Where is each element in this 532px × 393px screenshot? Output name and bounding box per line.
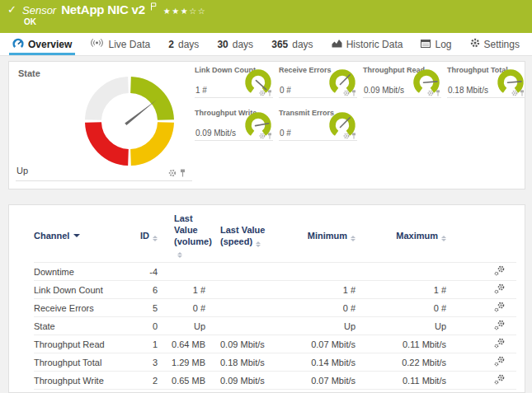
sort-icon bbox=[256, 241, 261, 247]
sort-icon bbox=[153, 236, 158, 241]
channel-settings-icon[interactable] bbox=[494, 374, 505, 385]
channel-table-panel: Channel ID Last Value (volume) Last Valu… bbox=[8, 204, 525, 393]
column-header-id[interactable]: ID bbox=[137, 210, 158, 263]
tab-live-data[interactable]: Live Data bbox=[88, 33, 152, 55]
tab-log[interactable]: Log bbox=[419, 33, 453, 55]
table-row[interactable]: Downtime -4 bbox=[34, 263, 516, 281]
sort-icon bbox=[177, 252, 182, 258]
sensor-title: NetApp NIC v2 bbox=[61, 2, 145, 16]
mini-gauge-link-down-count: Link Down Count 1 # bbox=[195, 65, 273, 98]
pin-icon[interactable] bbox=[520, 90, 525, 96]
flag-icon[interactable] bbox=[150, 0, 157, 14]
gear-icon bbox=[470, 38, 480, 50]
channel-settings-icon[interactable] bbox=[494, 265, 505, 276]
pin-icon[interactable] bbox=[351, 90, 356, 96]
column-header-minimum[interactable]: Minimum bbox=[296, 210, 355, 263]
sensor-status-badge: OK bbox=[24, 17, 36, 26]
mini-gauge-transmit-errors: Transmit Errors 0 # bbox=[279, 108, 357, 141]
channel-settings-icon[interactable] bbox=[494, 302, 505, 312]
channel-settings-icon[interactable] bbox=[494, 320, 505, 330]
state-gauge-title: State bbox=[18, 68, 40, 78]
sensor-header: ✓ Sensor NetApp NIC v2 ★★★☆☆ OK bbox=[0, 0, 532, 33]
channel-settings-icon[interactable] bbox=[494, 338, 505, 349]
tab-overview[interactable]: Overview bbox=[11, 33, 73, 55]
tab-historic-data[interactable]: Historic Data bbox=[330, 33, 405, 55]
state-gauge bbox=[80, 72, 179, 171]
tab-2-days[interactable]: 2 days bbox=[167, 33, 200, 55]
priority-stars[interactable]: ★★★☆☆ bbox=[163, 7, 206, 16]
status-check-icon: ✓ bbox=[7, 3, 16, 16]
log-list-icon bbox=[421, 39, 431, 50]
sort-active-icon bbox=[73, 234, 80, 237]
gear-icon[interactable] bbox=[343, 133, 350, 139]
object-type-label: Sensor bbox=[22, 4, 56, 16]
table-row[interactable]: Throughput Read 1 0.64 MB 0.09 Mbit/s 0.… bbox=[34, 335, 516, 353]
table-row[interactable]: Throughput Total 3 1.29 MB 0.18 Mbit/s 0… bbox=[34, 353, 516, 372]
column-header-channel[interactable]: Channel bbox=[34, 210, 137, 263]
channel-settings-icon[interactable] bbox=[494, 356, 505, 367]
pin-icon[interactable] bbox=[351, 133, 356, 139]
state-gauge-needle bbox=[125, 100, 157, 125]
table-row[interactable]: State 0 Up Up Up bbox=[34, 317, 516, 335]
tab-30-days[interactable]: 30 days bbox=[215, 33, 255, 55]
gear-icon[interactable] bbox=[427, 90, 434, 96]
sort-icon bbox=[351, 236, 355, 241]
mini-gauge-throughput-write: Throughput Write 0.09 Mbit/s bbox=[195, 108, 273, 141]
mini-gauge-receive-errors: Receive Errors 0 # bbox=[279, 65, 357, 98]
tab-settings[interactable]: Settings bbox=[468, 33, 521, 55]
mini-gauge-grid: Link Down Count 1 # Receive Errors 0 # bbox=[195, 65, 525, 141]
tab-bar: Overview Live Data 2 days 30 days 365 da… bbox=[0, 33, 532, 56]
gear-icon[interactable] bbox=[511, 90, 518, 96]
pin-icon[interactable] bbox=[435, 90, 440, 96]
table-row[interactable]: Link Down Count 6 1 # 1 # 1 # bbox=[34, 281, 516, 299]
area-chart-icon bbox=[332, 39, 342, 50]
column-header-last-value-speed[interactable]: Last Value (speed) bbox=[205, 210, 296, 263]
broadcast-icon bbox=[90, 38, 104, 50]
gear-icon[interactable] bbox=[259, 133, 266, 139]
table-row[interactable]: Transmit Errors 4 0 # 0 # 0 # bbox=[34, 390, 516, 393]
channel-table: Channel ID Last Value (volume) Last Valu… bbox=[34, 210, 516, 393]
mini-gauge-throughput-read: Throughput Read 0.09 Mbit/s bbox=[363, 65, 441, 98]
pin-icon[interactable] bbox=[180, 169, 186, 177]
gauge-icon bbox=[12, 38, 24, 51]
mini-gauge-throughput-total: Throughput Total 0.18 Mbit/s bbox=[447, 65, 525, 98]
table-row[interactable]: Receive Errors 5 0 # 0 # 0 # bbox=[34, 299, 516, 317]
gear-icon[interactable] bbox=[343, 90, 350, 96]
gauges-panel: State Up Link Down Count 1 # Receive Err… bbox=[8, 61, 525, 189]
pin-icon[interactable] bbox=[267, 133, 272, 139]
tab-365-days[interactable]: 365 days bbox=[270, 33, 314, 55]
channel-settings-icon[interactable] bbox=[494, 283, 505, 294]
gear-icon[interactable] bbox=[168, 169, 177, 177]
column-header-last-value-volume[interactable]: Last Value (volume) bbox=[158, 210, 205, 263]
divider bbox=[16, 180, 192, 181]
gear-icon[interactable] bbox=[259, 90, 266, 96]
table-row[interactable]: Throughput Write 2 0.65 MB 0.09 Mbit/s 0… bbox=[34, 372, 516, 390]
sort-icon bbox=[441, 236, 446, 241]
state-gauge-value: Up bbox=[16, 166, 28, 175]
column-header-maximum[interactable]: Maximum bbox=[355, 210, 446, 263]
pin-icon[interactable] bbox=[267, 90, 272, 96]
